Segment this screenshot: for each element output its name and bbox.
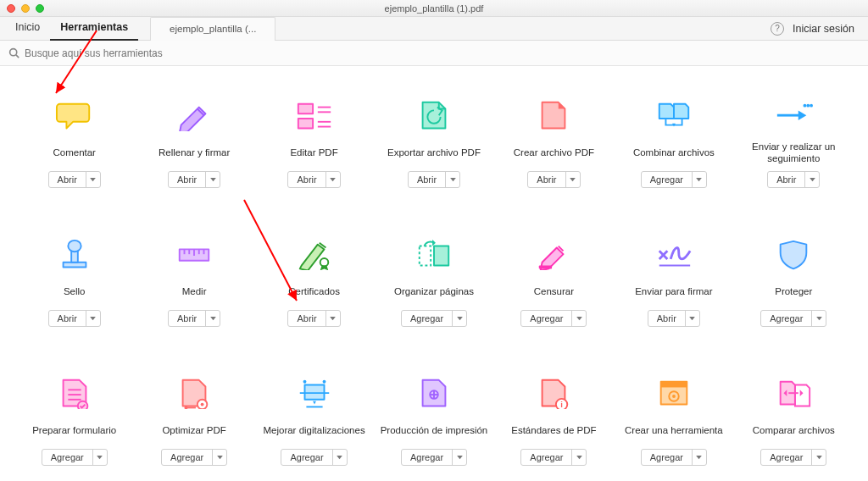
tool-optimizar[interactable]: Optimizar PDFAgregar — [136, 376, 251, 466]
tool-exportar[interactable]: Exportar archivo PDFAbrir — [376, 98, 491, 188]
chevron-down-icon[interactable] — [453, 450, 466, 465]
tool-enviar-seg[interactable]: Enviar y realizar un seguimientoAbrir — [737, 98, 851, 188]
tool-label: Proteger — [773, 279, 814, 303]
chevron-down-icon[interactable] — [693, 172, 706, 187]
tool-label: Editar PDF — [288, 141, 339, 164]
tool-combinar[interactable]: Combinar archivosAgregar — [616, 98, 731, 188]
svg-rect-4 — [298, 119, 312, 128]
tool-rellenar[interactable]: Rellenar y firmarAbrir — [136, 98, 251, 188]
chevron-down-icon[interactable] — [572, 450, 586, 465]
tool-sello[interactable]: SelloAbrir — [17, 237, 131, 327]
chevron-down-icon[interactable] — [213, 450, 226, 465]
censurar-icon — [534, 237, 573, 271]
tool-action-label: Abrir — [288, 172, 326, 187]
tool-mejorar-dig[interactable]: Mejorar digitalizacionesAgregar — [257, 376, 371, 466]
chevron-down-icon[interactable] — [566, 172, 580, 187]
tool-action-label: Agregar — [642, 450, 693, 465]
tool-action-button[interactable]: Agregar — [401, 449, 467, 466]
tool-proteger[interactable]: ProtegerAgregar — [737, 237, 851, 327]
tool-action-button[interactable]: Abrir — [48, 171, 101, 188]
tool-action-button[interactable]: Abrir — [168, 310, 220, 327]
tab-document[interactable]: ejemplo_plantilla (... — [150, 17, 275, 41]
svg-point-34 — [201, 402, 204, 406]
chevron-down-icon[interactable] — [206, 172, 220, 187]
tool-label: Combinar archivos — [632, 141, 716, 164]
tool-preparar-form[interactable]: Preparar formularioAgregar — [17, 376, 131, 466]
chevron-down-icon[interactable] — [446, 172, 459, 187]
tool-enviar-firmar[interactable]: Enviar para firmarAbrir — [616, 237, 731, 327]
tool-label: Producción de impresión — [379, 418, 490, 442]
chevron-down-icon[interactable] — [206, 311, 220, 326]
tool-organizar[interactable]: Organizar páginasAgregar — [376, 237, 491, 327]
tool-label: Medir — [181, 279, 209, 303]
svg-point-32 — [78, 401, 87, 410]
tool-action-label: Agregar — [402, 311, 453, 326]
tool-action-button[interactable]: Abrir — [287, 310, 340, 327]
tool-action-button[interactable]: Abrir — [527, 171, 580, 188]
chevron-down-icon[interactable] — [572, 311, 586, 326]
comparar-icon — [774, 376, 813, 410]
tool-action-button[interactable]: Agregar — [641, 449, 707, 466]
tool-crear-herr[interactable]: Crear una herramientaAgregar — [616, 376, 731, 466]
chevron-down-icon[interactable] — [686, 311, 699, 326]
chevron-down-icon[interactable] — [812, 311, 826, 326]
help-icon[interactable]: ? — [771, 22, 784, 36]
crear-herr-icon — [654, 376, 693, 410]
chevron-down-icon[interactable] — [805, 172, 819, 187]
tool-action-button[interactable]: Abrir — [648, 310, 700, 327]
tool-action-button[interactable]: Agregar — [641, 171, 707, 188]
certificados-icon — [295, 237, 334, 271]
svg-rect-39 — [306, 406, 322, 407]
tool-action-button[interactable]: Abrir — [408, 171, 460, 188]
tool-label: Optimizar PDF — [160, 418, 227, 442]
tool-action-button[interactable]: Agregar — [520, 449, 587, 466]
chevron-down-icon[interactable] — [86, 311, 100, 326]
tools-area: ComentarAbrirRellenar y firmarAbrirEdita… — [0, 66, 868, 481]
tool-action-button[interactable]: Agregar — [281, 449, 347, 466]
chevron-down-icon[interactable] — [693, 450, 706, 465]
tool-action-label: Abrir — [409, 172, 446, 187]
tool-action-button[interactable]: Agregar — [760, 449, 826, 466]
tool-action-label: Abrir — [768, 172, 805, 187]
tool-action-button[interactable]: Abrir — [48, 310, 101, 327]
chevron-down-icon[interactable] — [93, 450, 107, 465]
crear-icon — [534, 98, 573, 132]
tool-action-label: Abrir — [648, 311, 686, 326]
tab-herramientas[interactable]: Herramientas — [50, 16, 138, 41]
proteger-icon — [774, 237, 813, 271]
chevron-down-icon[interactable] — [86, 172, 100, 187]
search-input[interactable] — [25, 47, 860, 59]
tool-action-button[interactable]: Agregar — [42, 449, 108, 466]
tool-action-button[interactable]: Agregar — [161, 449, 227, 466]
tool-medir[interactable]: MedirAbrir — [136, 237, 251, 327]
tool-action-button[interactable]: Abrir — [767, 171, 820, 188]
tool-action-label: Agregar — [521, 311, 572, 326]
tool-censurar[interactable]: CensurarAgregar — [497, 237, 611, 327]
chevron-down-icon[interactable] — [453, 311, 466, 326]
chevron-down-icon[interactable] — [333, 450, 347, 465]
svg-point-41 — [322, 380, 326, 384]
medir-icon — [175, 237, 214, 271]
tool-editar[interactable]: Editar PDFAbrir — [257, 98, 371, 188]
tool-estandares[interactable]: iEstándares de PDFAgregar — [497, 376, 611, 466]
tool-label: Organizar páginas — [392, 279, 476, 303]
svg-point-11 — [807, 104, 810, 108]
chevron-down-icon[interactable] — [812, 450, 826, 465]
tool-comparar[interactable]: Comparar archivosAgregar — [737, 376, 851, 466]
tool-action-button[interactable]: Agregar — [760, 310, 826, 327]
tool-action-button[interactable]: Abrir — [168, 171, 220, 188]
tool-action-button[interactable]: Abrir — [287, 171, 340, 188]
sign-in-link[interactable]: Iniciar sesión — [793, 23, 854, 35]
tool-crear[interactable]: Crear archivo PDFAbrir — [497, 98, 611, 188]
search-bar — [0, 41, 868, 66]
chevron-down-icon[interactable] — [326, 172, 340, 187]
tool-comentar[interactable]: ComentarAbrir — [17, 98, 131, 188]
organizar-icon — [415, 237, 453, 271]
window-title: ejemplo_plantilla (1).pdf — [0, 3, 868, 14]
tool-certificados[interactable]: CertificadosAbrir — [257, 237, 371, 327]
tool-action-button[interactable]: Agregar — [520, 310, 587, 327]
tool-produccion[interactable]: Producción de impresiónAgregar — [376, 376, 491, 466]
chevron-down-icon[interactable] — [326, 311, 340, 326]
tab-inicio[interactable]: Inicio — [5, 16, 50, 41]
tool-action-button[interactable]: Agregar — [401, 310, 467, 327]
